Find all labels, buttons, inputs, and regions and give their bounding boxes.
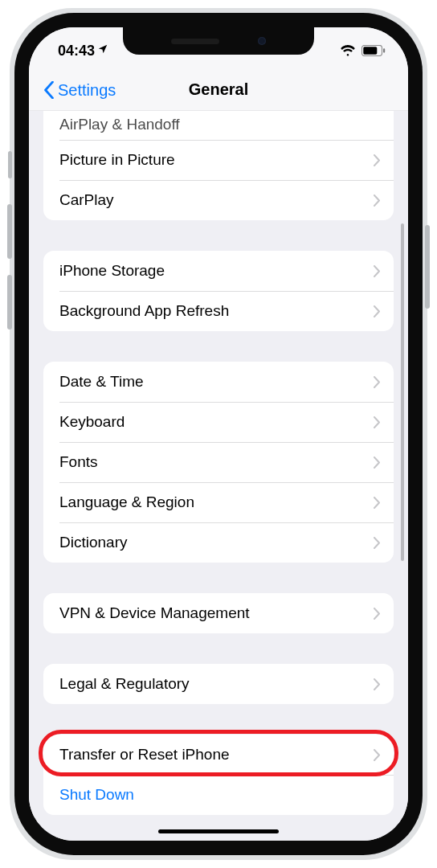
chevron-right-icon [374,537,381,549]
power-button [425,225,430,309]
row-fonts[interactable]: Fonts [43,442,394,482]
status-time: 04:43 [58,43,95,59]
settings-group-reset: Transfer or Reset iPhone Shut Down [43,735,394,815]
chevron-right-icon [374,416,381,428]
page-title: General [189,80,248,99]
row-background-app-refresh[interactable]: Background App Refresh [43,291,394,331]
earpiece [171,39,219,44]
settings-group-vpn: VPN & Device Management [43,593,394,633]
row-label: AirPlay & Handoff [59,116,381,133]
settings-group-legal: Legal & Regulatory [43,664,394,704]
row-carplay[interactable]: CarPlay [43,180,394,220]
row-shut-down[interactable]: Shut Down [43,775,394,815]
row-label: CarPlay [59,191,374,209]
row-picture-in-picture[interactable]: Picture in Picture [43,140,394,180]
row-date-time[interactable]: Date & Time [43,362,394,402]
row-transfer-or-reset-iphone[interactable]: Transfer or Reset iPhone [43,735,394,775]
back-button[interactable]: Settings [43,69,116,111]
row-label: Keyboard [59,413,374,431]
row-label: iPhone Storage [59,262,374,280]
row-iphone-storage[interactable]: iPhone Storage [43,251,394,291]
row-label: Shut Down [59,786,381,804]
content-scroll[interactable]: AirPlay & Handoff Picture in Picture Car… [29,111,408,841]
row-label: Dictionary [59,534,374,551]
chevron-right-icon [374,497,381,509]
row-label: Language & Region [59,493,374,511]
row-label: VPN & Device Management [59,604,374,622]
svg-rect-2 [383,48,385,52]
row-airplay-handoff[interactable]: AirPlay & Handoff [43,111,394,140]
volume-down-button [7,275,12,330]
scrollbar[interactable] [401,223,404,561]
chevron-right-icon [374,608,381,620]
chevron-right-icon [374,305,381,317]
back-label: Settings [58,81,116,100]
row-dictionary[interactable]: Dictionary [43,522,394,563]
wifi-icon [340,45,356,56]
front-camera [258,37,266,45]
navigation-bar: Settings General [29,69,408,111]
settings-group-locale: Date & Time Keyboard Fonts Language & Re… [43,362,394,563]
location-arrow-icon [97,42,108,59]
settings-group-media: AirPlay & Handoff Picture in Picture Car… [43,111,394,220]
row-label: Background App Refresh [59,302,374,320]
chevron-right-icon [374,154,381,166]
row-label: Legal & Regulatory [59,675,374,693]
row-label: Picture in Picture [59,151,374,169]
settings-group-storage: iPhone Storage Background App Refresh [43,251,394,331]
chevron-right-icon [374,194,381,207]
chevron-left-icon [43,81,55,99]
chevron-right-icon [374,376,381,388]
status-left: 04:43 [58,43,108,59]
row-label: Date & Time [59,373,374,391]
row-vpn-device-management[interactable]: VPN & Device Management [43,593,394,633]
row-keyboard[interactable]: Keyboard [43,402,394,442]
chevron-right-icon [374,265,381,277]
chevron-right-icon [374,678,381,690]
chevron-right-icon [374,749,381,761]
device-bezel: 04:43 [14,13,423,855]
svg-rect-1 [363,47,377,54]
notch [123,27,314,55]
chevron-right-icon [374,457,381,469]
row-label: Fonts [59,453,374,471]
screen: 04:43 [29,27,408,841]
home-indicator[interactable] [158,829,279,833]
volume-up-button [7,204,12,259]
battery-icon [361,45,386,56]
row-language-region[interactable]: Language & Region [43,482,394,522]
status-right [340,45,386,56]
device-frame: 04:43 [10,8,427,860]
row-legal-regulatory[interactable]: Legal & Regulatory [43,664,394,704]
row-label: Transfer or Reset iPhone [59,746,374,764]
mute-switch [8,151,12,178]
